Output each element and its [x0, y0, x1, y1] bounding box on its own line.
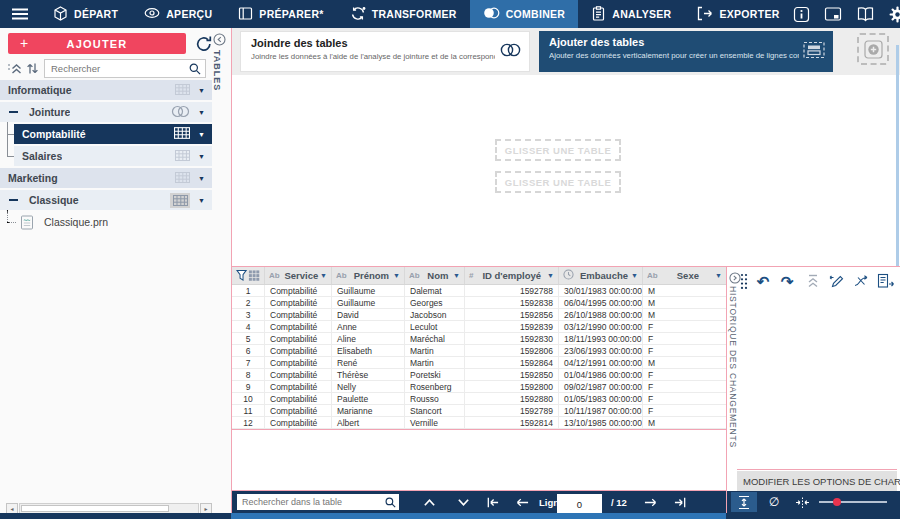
table-row[interactable]: 10 Comptabilité Paulette Rousso 1592880 …	[232, 393, 726, 405]
append-tables-card[interactable]: Ajouter des tables Ajouter des données v…	[539, 31, 833, 72]
cell-sexe[interactable]: M	[643, 285, 726, 297]
hscrollbar-track[interactable]	[19, 503, 199, 514]
cell-embauche[interactable]: 13/10/1985 00:00:00	[559, 417, 643, 429]
cell-embauche[interactable]: 30/01/1983 00:00:00	[559, 285, 643, 297]
table-row[interactable]: 9 Comptabilité Nelly Rosenberg 1592800 0…	[232, 381, 726, 393]
cell-embauche[interactable]: 10/11/1987 00:00:00	[559, 405, 643, 417]
previous-row-icon[interactable]	[511, 491, 533, 513]
current-row-input[interactable]	[557, 497, 602, 513]
undo-icon[interactable]: ↶	[753, 271, 773, 291]
row-number[interactable]: 12	[232, 417, 265, 429]
table-row[interactable]: 6 Comptabilité Elisabeth Martin 1592806 …	[232, 345, 726, 357]
chevron-down-icon[interactable]: ▼	[198, 87, 205, 94]
table-row[interactable]: 8 Comptabilité Thérèse Poretski 1592850 …	[232, 369, 726, 381]
cell-service[interactable]: Comptabilité	[265, 309, 332, 321]
cell-nom[interactable]: Rousso	[405, 393, 465, 405]
drop-table-zone[interactable]: GLISSER UNE TABLE	[495, 171, 621, 193]
tree-item-classique-prn[interactable]: Classique.prn	[0, 212, 212, 232]
last-row-icon[interactable]	[669, 491, 691, 513]
zoom-slider-track[interactable]	[819, 501, 887, 503]
drag-handle[interactable]	[740, 273, 748, 294]
cell-nom[interactable]: Maréchal	[405, 333, 465, 345]
learning-guide-icon[interactable]	[856, 6, 875, 22]
zoom-slider-thumb[interactable]	[833, 498, 841, 506]
cell-nom[interactable]: Leculot	[405, 321, 465, 333]
row-number[interactable]: 8	[232, 369, 265, 381]
collapse-panel-icon[interactable]	[213, 32, 226, 50]
cell-prenom[interactable]: David	[332, 309, 405, 321]
cell-nom[interactable]: Poretski	[405, 369, 465, 381]
column-header-prenom[interactable]: Ab Prénom ▼	[332, 267, 405, 284]
cell-sexe[interactable]: F	[643, 381, 726, 393]
cell-service[interactable]: Comptabilité	[265, 393, 332, 405]
collapse-all-icon[interactable]	[7, 61, 22, 80]
row-number[interactable]: 7	[232, 357, 265, 369]
skip-changes-icon[interactable]	[851, 271, 871, 291]
chevron-down-icon[interactable]: ▼	[320, 272, 327, 279]
cell-id-employe[interactable]: 1592830	[465, 333, 559, 345]
info-icon[interactable]	[793, 6, 810, 23]
filter-column-header[interactable]	[232, 267, 265, 284]
cell-prenom[interactable]: Thérèse	[332, 369, 405, 381]
hamburger-menu-icon[interactable]	[0, 0, 40, 28]
table-row[interactable]: 12 Comptabilité Albert Vernille 1592814 …	[232, 417, 726, 429]
cell-nom[interactable]: Dalemat	[405, 285, 465, 297]
export-history-icon[interactable]	[875, 271, 895, 291]
cell-service[interactable]: Comptabilité	[265, 369, 332, 381]
cell-id-employe[interactable]: 1592864	[465, 357, 559, 369]
cell-nom[interactable]: Vernille	[405, 417, 465, 429]
settings-gear-icon[interactable]	[889, 6, 900, 23]
find-next-icon[interactable]	[451, 491, 475, 513]
cell-id-employe[interactable]: 1592838	[465, 297, 559, 309]
tab-combiner[interactable]: COMBINER	[470, 0, 579, 28]
row-number[interactable]: 4	[232, 321, 265, 333]
chevron-down-icon[interactable]: ▼	[715, 272, 722, 279]
chevron-down-icon[interactable]: ▼	[453, 272, 460, 279]
console-icon[interactable]	[824, 6, 842, 22]
cell-prenom[interactable]: Anne	[332, 321, 405, 333]
cell-nom[interactable]: Stancort	[405, 405, 465, 417]
first-row-icon[interactable]	[481, 491, 503, 513]
fit-columns-button[interactable]	[789, 492, 815, 512]
cell-embauche[interactable]: 01/04/1986 00:00:00	[559, 369, 643, 381]
hscrollbar-thumb[interactable]	[21, 505, 169, 512]
cell-id-employe[interactable]: 1592806	[465, 345, 559, 357]
chevron-down-icon[interactable]: ▼	[631, 272, 638, 279]
cell-prenom[interactable]: Nelly	[332, 381, 405, 393]
cell-embauche[interactable]: 04/12/1991 00:00:00	[559, 357, 643, 369]
chevron-down-icon[interactable]: ▼	[393, 272, 400, 279]
cell-id-employe[interactable]: 1592880	[465, 393, 559, 405]
tree-group-marketing[interactable]: Marketing ▼	[0, 168, 212, 188]
cell-embauche[interactable]: 01/05/1983 00:00:00	[559, 393, 643, 405]
tab-exporter[interactable]: EXPORTER	[684, 0, 792, 28]
cell-sexe[interactable]: M	[643, 417, 726, 429]
table-row[interactable]: 2 Comptabilité Guillaume Georges 1592838…	[232, 297, 726, 309]
cell-service[interactable]: Comptabilité	[265, 285, 332, 297]
add-table-button[interactable]: AJOUTER	[8, 33, 186, 54]
collapse-minus-icon[interactable]	[9, 111, 18, 113]
join-tables-card[interactable]: Joindre des tables Joindre les données à…	[240, 31, 530, 72]
column-header-sexe[interactable]: Ab Sexe ▼	[643, 267, 726, 284]
column-header-embauche[interactable]: Embauche ▼	[559, 267, 643, 284]
row-number[interactable]: 2	[232, 297, 265, 309]
table-row[interactable]: 7 Comptabilité René Martin 1592864 04/12…	[232, 357, 726, 369]
cell-id-employe[interactable]: 1592839	[465, 321, 559, 333]
cell-service[interactable]: Comptabilité	[265, 357, 332, 369]
cell-sexe[interactable]: F	[643, 321, 726, 333]
cell-prenom[interactable]: Paulette	[332, 393, 405, 405]
scroll-left-arrow[interactable]: ◂	[6, 503, 18, 514]
cell-id-employe[interactable]: 1592856	[465, 309, 559, 321]
cell-embauche[interactable]: 23/06/1993 00:00:00	[559, 345, 643, 357]
collapse-minus-icon[interactable]	[9, 199, 18, 201]
cell-service[interactable]: Comptabilité	[265, 345, 332, 357]
cell-service[interactable]: Comptabilité	[265, 405, 332, 417]
cell-sexe[interactable]: M	[643, 357, 726, 369]
row-number[interactable]: 3	[232, 309, 265, 321]
table-row[interactable]: 4 Comptabilité Anne Leculot 1592839 03/1…	[232, 321, 726, 333]
cell-embauche[interactable]: 26/10/1988 00:00:00	[559, 309, 643, 321]
cell-service[interactable]: Comptabilité	[265, 333, 332, 345]
tree-item-salaires[interactable]: Salaires ▼	[14, 146, 212, 166]
cell-prenom[interactable]: Marianne	[332, 405, 405, 417]
row-number[interactable]: 10	[232, 393, 265, 405]
cell-sexe[interactable]: F	[643, 369, 726, 381]
